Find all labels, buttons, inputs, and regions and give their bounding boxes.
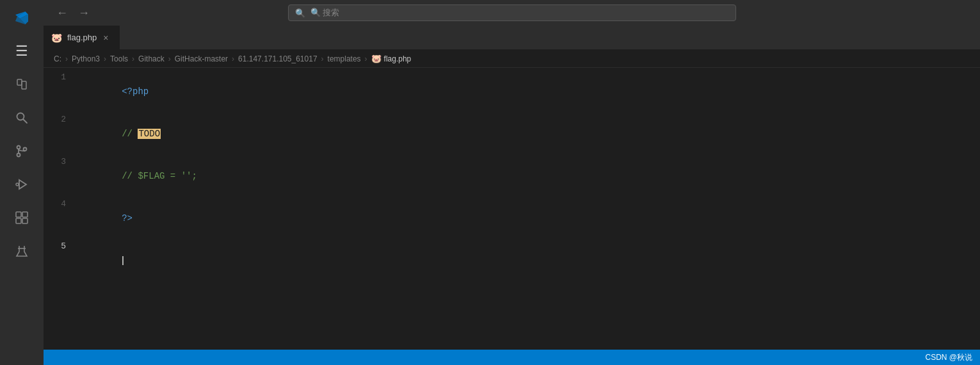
code-line-1: 1 <?php	[44, 70, 980, 113]
svg-rect-0	[17, 79, 22, 85]
todo-highlight: TODO	[138, 129, 161, 139]
search-box[interactable]: 🔍 🔍 搜索	[288, 4, 736, 21]
tab-filename: flag.php	[67, 33, 97, 42]
code-content-1: <?php	[79, 70, 980, 113]
breadcrumb-part-c[interactable]: C:	[54, 54, 61, 63]
code-line-5: 5	[44, 239, 980, 282]
svg-point-2	[17, 113, 24, 120]
status-credit: CSDN @秋说	[925, 352, 972, 363]
line-number-4: 4	[44, 197, 79, 211]
tab-flag-php[interactable]: 🐷 flag.php ×	[44, 25, 120, 49]
code-content-5	[79, 239, 980, 282]
status-bar: CSDN @秋说	[44, 350, 980, 365]
explorer-icon[interactable]	[9, 72, 35, 97]
tab-close-button[interactable]: ×	[102, 31, 109, 44]
svg-point-5	[17, 154, 20, 157]
test-icon[interactable]	[9, 238, 35, 264]
comment-prefix-2: //	[122, 129, 138, 139]
line-number-3: 3	[44, 155, 79, 169]
code-line-2: 2 // TODO	[44, 113, 980, 155]
php-open-tag: <?php	[122, 86, 149, 97]
line-number-2: 2	[44, 113, 79, 127]
activity-bar: ☰	[0, 0, 44, 365]
comment-line-3: // $FLAG = '';	[122, 171, 197, 181]
php-close-tag: ?>	[122, 213, 133, 223]
back-button[interactable]: ←	[54, 5, 70, 21]
svg-rect-1	[22, 81, 26, 89]
code-line-3: 3 // $FLAG = '';	[44, 155, 980, 197]
breadcrumb-part-templates[interactable]: templates	[328, 54, 361, 63]
main-area: ← → 🔍 🔍 搜索 🐷 flag.php × C: › Python3 › T…	[44, 0, 980, 365]
line-number-5: 5	[44, 239, 79, 254]
breadcrumb-part-tools[interactable]: Tools	[110, 54, 128, 63]
breadcrumb-current-file[interactable]: flag.php	[384, 54, 412, 63]
code-content-4: ?>	[79, 197, 980, 239]
code-content-2: // TODO	[79, 113, 980, 155]
breadcrumb-part-python3[interactable]: Python3	[72, 54, 100, 63]
svg-rect-10	[16, 212, 21, 217]
source-control-icon[interactable]	[9, 138, 35, 164]
search-icon: 🔍	[295, 8, 305, 18]
vscode-logo-icon	[9, 5, 35, 31]
svg-point-9	[16, 183, 19, 186]
run-debug-icon[interactable]	[9, 172, 35, 197]
tab-bar: 🐷 flag.php ×	[44, 26, 980, 50]
text-cursor	[122, 256, 124, 265]
svg-line-3	[24, 120, 28, 124]
svg-rect-13	[22, 218, 28, 223]
svg-rect-11	[22, 212, 28, 217]
breadcrumb-part-githack[interactable]: Githack	[138, 54, 165, 63]
breadcrumb-part-githack-master[interactable]: GitHack-master	[175, 54, 228, 63]
breadcrumb-file-icon: 🐷	[371, 54, 382, 63]
forward-button[interactable]: →	[76, 5, 92, 21]
svg-marker-8	[19, 180, 26, 189]
hamburger-icon[interactable]: ☰	[9, 38, 35, 64]
line-number-1: 1	[44, 70, 79, 85]
search-icon[interactable]	[9, 105, 35, 131]
code-line-4: 4 ?>	[44, 197, 980, 239]
nav-arrows: ← →	[54, 5, 92, 21]
svg-rect-12	[16, 218, 21, 223]
editor-area[interactable]: 1 <?php 2 // TODO 3 // $FLAG = ''; 4 ?>	[44, 68, 980, 350]
breadcrumb-part-ip[interactable]: 61.147.171.105_61017	[238, 54, 317, 63]
breadcrumb: C: › Python3 › Tools › Githack › GitHack…	[44, 50, 980, 68]
svg-point-4	[17, 146, 20, 149]
top-bar: ← → 🔍 🔍 搜索	[44, 0, 980, 26]
extensions-icon[interactable]	[9, 205, 35, 231]
search-placeholder: 🔍 搜索	[310, 7, 340, 19]
code-content-3: // $FLAG = '';	[79, 155, 980, 197]
tab-file-icon: 🐷	[51, 33, 62, 43]
